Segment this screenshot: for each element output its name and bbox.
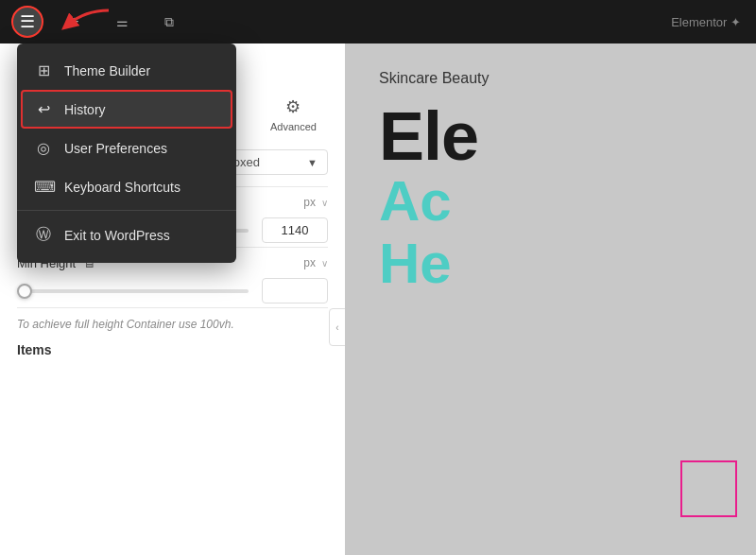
user-preferences-icon: ◎ bbox=[34, 139, 53, 157]
hamburger-icon: ☰ bbox=[20, 11, 35, 32]
toolbar-left: ☰ + ⚌ ⧉ bbox=[11, 6, 185, 38]
hamburger-dropdown-menu: ⊞ Theme Builder ↩ History ◎ User Prefere… bbox=[17, 43, 236, 263]
advanced-tab[interactable]: ⚙ Advanced bbox=[255, 87, 332, 142]
canvas-big-text: Ele bbox=[345, 102, 478, 170]
canvas-pink-box bbox=[680, 460, 737, 517]
filter-icon: ⚌ bbox=[116, 14, 129, 29]
hint-text: To achieve full height Container use 100… bbox=[17, 308, 328, 335]
collapse-panel-button[interactable]: ‹ bbox=[329, 308, 345, 346]
top-toolbar: ☰ + ⚌ ⧉ Elementor ✦ bbox=[0, 0, 756, 43]
collapse-icon: ‹ bbox=[335, 322, 338, 333]
min-height-slider-thumb[interactable] bbox=[17, 284, 32, 299]
menu-item-exit-wordpress-label: Exit to WordPress bbox=[64, 228, 170, 243]
width-unit[interactable]: px bbox=[303, 196, 316, 209]
menu-item-theme-builder[interactable]: ⊞ Theme Builder bbox=[17, 51, 236, 90]
canvas-site-title: Skincare Beauty bbox=[345, 43, 524, 102]
canvas-colored-text-2: He bbox=[345, 233, 452, 295]
min-height-input[interactable] bbox=[262, 278, 328, 304]
min-height-slider-row bbox=[17, 278, 328, 304]
menu-item-history-label: History bbox=[64, 102, 106, 117]
keyboard-icon: ⌨ bbox=[34, 178, 53, 196]
add-button[interactable]: + bbox=[59, 6, 91, 38]
elementor-branding: Elementor ✦ bbox=[671, 0, 756, 43]
history-icon: ↩ bbox=[34, 100, 53, 118]
menu-item-user-preferences[interactable]: ◎ User Preferences bbox=[17, 129, 236, 167]
menu-item-exit-wordpress[interactable]: Ⓦ Exit to WordPress bbox=[17, 215, 236, 255]
layers-icon: ⧉ bbox=[164, 14, 174, 30]
plus-icon: + bbox=[70, 13, 78, 30]
menu-item-history[interactable]: ↩ History bbox=[21, 90, 232, 129]
width-unit-chevron[interactable]: ∨ bbox=[321, 198, 328, 208]
items-label: Items bbox=[17, 335, 328, 357]
canvas-colored-text-1: Ac bbox=[345, 170, 452, 233]
menu-item-user-preferences-label: User Preferences bbox=[64, 141, 167, 156]
responsive-button[interactable]: ⚌ bbox=[106, 6, 138, 38]
theme-builder-icon: ⊞ bbox=[34, 61, 53, 79]
layers-button[interactable]: ⧉ bbox=[153, 6, 185, 38]
menu-item-theme-builder-label: Theme Builder bbox=[64, 63, 150, 78]
gear-icon: ⚙ bbox=[285, 96, 301, 117]
canvas-area: Skincare Beauty Ele Ac He bbox=[345, 43, 756, 555]
chevron-down-icon: ▼ bbox=[307, 157, 318, 168]
min-height-unit-chevron[interactable]: ∨ bbox=[321, 258, 328, 269]
min-height-slider-track[interactable] bbox=[19, 289, 249, 293]
min-height-unit[interactable]: px bbox=[303, 256, 316, 269]
width-input[interactable] bbox=[262, 217, 328, 243]
menu-item-keyboard-shortcuts-label: Keyboard Shortcuts bbox=[64, 180, 180, 195]
menu-divider bbox=[17, 210, 236, 211]
hamburger-button[interactable]: ☰ bbox=[11, 6, 43, 38]
advanced-tab-label: Advanced bbox=[270, 121, 317, 132]
menu-item-keyboard-shortcuts[interactable]: ⌨ Keyboard Shortcuts bbox=[17, 167, 236, 206]
wordpress-icon: Ⓦ bbox=[34, 225, 53, 245]
